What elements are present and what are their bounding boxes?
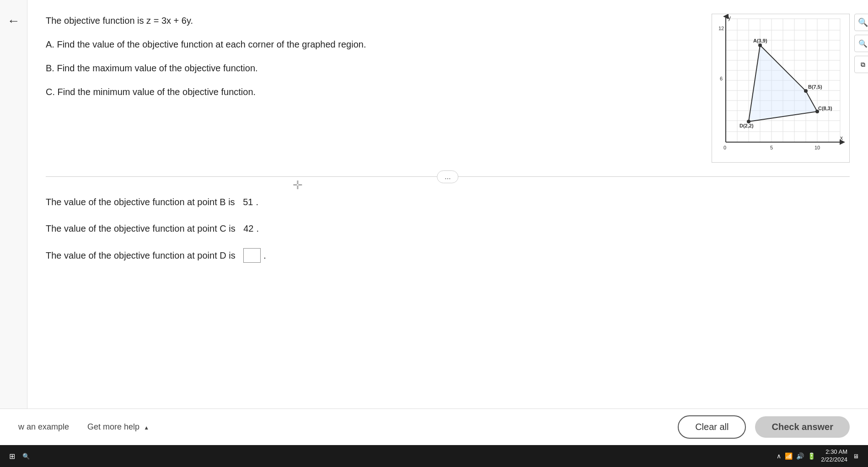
svg-text:x: x — [840, 135, 843, 141]
notification-icon[interactable]: 🖥 — [853, 453, 859, 460]
battery-icon[interactable]: 🔋 — [808, 452, 815, 460]
svg-point-31 — [758, 43, 762, 47]
graph-tools: 🔍 🔍 ⧉ — [854, 14, 868, 73]
answer-b-label: The value of the objective function at p… — [46, 195, 235, 209]
answer-b-period: . — [256, 195, 258, 209]
graph-container: 0 5 10 6 12 x y — [712, 14, 850, 163]
answer-c-label: The value of the objective function at p… — [46, 222, 236, 235]
check-answer-button[interactable]: Check answer — [755, 416, 850, 438]
question-section: The objective function is z = 3x + 6y. A… — [46, 14, 850, 163]
question-text: The objective function is z = 3x + 6y. A… — [46, 14, 702, 163]
taskbar-search[interactable]: 🔍 — [22, 453, 30, 460]
expand-button[interactable]: ... — [437, 170, 458, 183]
help-arrow-icon: ▲ — [144, 425, 149, 431]
bottom-bar: w an example Get more help ▲ Clear all C… — [0, 409, 868, 445]
move-icon: ✛ — [293, 178, 303, 192]
answer-row-d: The value of the objective function at p… — [46, 248, 850, 263]
svg-text:y: y — [728, 15, 731, 21]
network-icon[interactable]: 📶 — [785, 452, 793, 460]
svg-text:D(2,2): D(2,2) — [739, 123, 754, 128]
svg-text:C(8,3): C(8,3) — [818, 106, 832, 111]
start-icon[interactable]: ⊞ — [9, 452, 15, 461]
svg-point-32 — [804, 89, 808, 93]
answer-c-period: . — [257, 222, 259, 235]
answers-section: The value of the objective function at p… — [46, 191, 850, 280]
answer-b-value: 51 — [243, 195, 253, 209]
bottom-left: w an example Get more help ▲ — [18, 422, 149, 432]
bottom-right: Clear all Check answer — [678, 415, 850, 439]
zoom-out-icon: 🔍 — [858, 39, 868, 48]
zoom-in-button[interactable]: 🔍 — [854, 14, 868, 31]
back-button[interactable]: ← — [0, 0, 27, 434]
answer-c-value: 42 — [243, 222, 253, 235]
answer-row-c: The value of the objective function at p… — [46, 222, 850, 235]
svg-text:6: 6 — [720, 76, 723, 81]
answer-d-input[interactable] — [243, 248, 261, 263]
get-help-text: Get more help — [87, 422, 139, 431]
svg-text:0: 0 — [723, 145, 726, 150]
volume-icon[interactable]: 🔊 — [796, 452, 804, 460]
svg-text:12: 12 — [718, 26, 724, 31]
clock-date: 2/22/2024 — [821, 456, 847, 464]
svg-text:B(7,5): B(7,5) — [808, 84, 822, 90]
content-area: The objective function is z = 3x + 6y. A… — [27, 0, 868, 434]
zoom-out-button[interactable]: 🔍 — [854, 35, 868, 52]
zoom-in-icon: 🔍 — [858, 17, 868, 27]
question-part-c: C. Find the minimum value of the objecti… — [46, 85, 702, 99]
svg-text:A(3,9): A(3,9) — [753, 38, 767, 43]
taskbar-system-icons: ∧ 📶 🔊 🔋 — [777, 452, 815, 460]
answer-d-period: . — [263, 249, 266, 262]
question-intro: The objective function is z = 3x + 6y. — [46, 14, 702, 27]
get-more-help-link[interactable]: Get more help ▲ — [87, 422, 149, 432]
svg-text:10: 10 — [814, 145, 820, 150]
taskbar-right: ∧ 📶 🔊 🔋 2:30 AM 2/22/2024 🖥 — [777, 448, 859, 464]
external-link-button[interactable]: ⧉ — [854, 56, 868, 73]
taskbar: ⊞ 🔍 ∧ 📶 🔊 🔋 2:30 AM 2/22/2024 🖥 — [0, 445, 868, 467]
graph-svg: 0 5 10 6 12 x y — [712, 14, 850, 163]
clear-all-button[interactable]: Clear all — [678, 415, 746, 439]
section-divider: ... — [46, 176, 850, 177]
external-link-icon: ⧉ — [861, 61, 865, 69]
answer-row-b: The value of the objective function at p… — [46, 195, 850, 209]
answer-d-label: The value of the objective function at p… — [46, 249, 236, 262]
time-display[interactable]: 2:30 AM 2/22/2024 — [821, 448, 847, 464]
back-arrow-icon: ← — [7, 14, 20, 28]
taskbar-left: ⊞ 🔍 — [9, 452, 30, 461]
svg-text:5: 5 — [770, 145, 773, 150]
question-part-b: B. Find the maximum value of the objecti… — [46, 61, 702, 75]
chevron-up-icon[interactable]: ∧ — [777, 452, 781, 460]
show-example-link[interactable]: w an example — [18, 422, 69, 432]
move-handle[interactable]: ✛ — [293, 178, 303, 192]
clock-time: 2:30 AM — [821, 448, 847, 456]
question-part-a: A. Find the value of the objective funct… — [46, 37, 702, 51]
